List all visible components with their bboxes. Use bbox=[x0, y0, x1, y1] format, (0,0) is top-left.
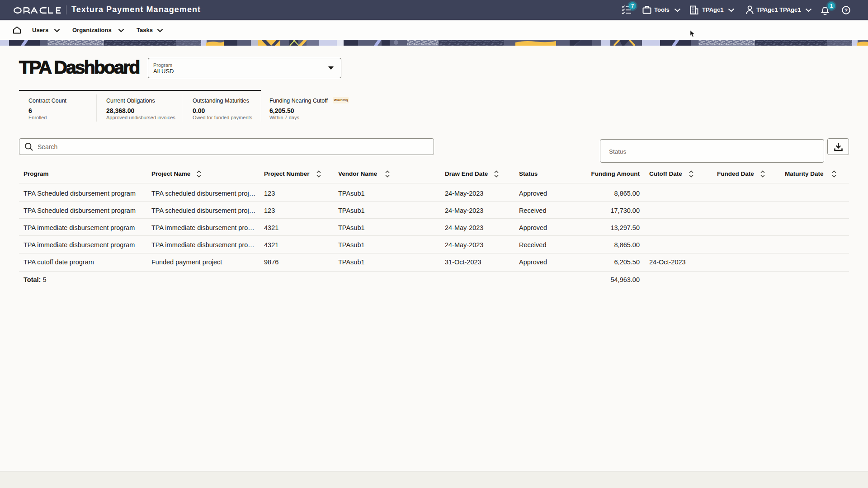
svg-text:?: ? bbox=[844, 8, 848, 13]
